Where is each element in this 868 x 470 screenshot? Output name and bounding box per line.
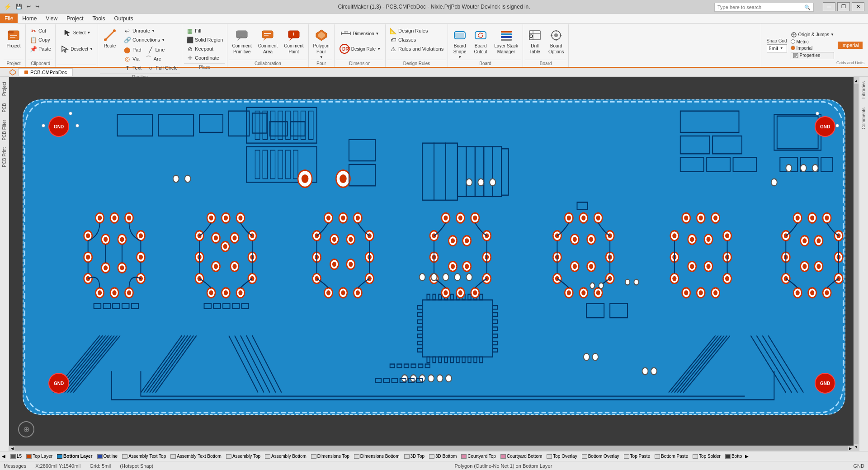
layer-scroll-left[interactable]: ◀	[2, 454, 7, 459]
layer-top-solder[interactable]: Top Solder	[691, 453, 722, 459]
menu-home[interactable]: Home	[18, 14, 41, 23]
maximize-btn[interactable]: ❐	[837, 2, 850, 11]
layer-courtyard-top[interactable]: Courtyard Top	[460, 453, 497, 459]
svg-rect-25	[455, 33, 464, 38]
imperial-active-btn[interactable]: Imperial	[838, 42, 863, 49]
scroll-right-btn[interactable]: ▶	[849, 446, 852, 451]
copy-btn[interactable]: 📋 Copy	[28, 35, 53, 44]
arc-btn[interactable]: ⌒ Arc	[143, 54, 164, 63]
sidebar-project-tab[interactable]: Project	[0, 79, 8, 99]
line-btn[interactable]: ╱ Line	[145, 45, 167, 54]
menu-outputs[interactable]: Outputs	[110, 14, 138, 23]
layer-assembly-text-top[interactable]: Assembly Text Top	[121, 453, 167, 459]
horizontal-scrollbar[interactable]: ◀ ▶	[9, 446, 854, 451]
minimize-btn[interactable]: ─	[823, 2, 835, 11]
snap-grid-value[interactable]: 5mil ▼	[767, 44, 787, 52]
svg-point-292	[555, 233, 559, 238]
scroll-thumb-v[interactable]	[854, 84, 859, 444]
redo-btn[interactable]: ↪	[33, 3, 41, 10]
menu-view[interactable]: View	[41, 14, 62, 23]
origin-jumps-btn[interactable]: Origin & Jumps ▼	[791, 32, 834, 38]
dimension-btn[interactable]: dim Dimension ▼	[336, 26, 383, 42]
board-shape-btn[interactable]: Board Shape ▼	[450, 26, 470, 59]
svg-point-369	[796, 290, 800, 295]
layer-top-overlay[interactable]: Top Overlay	[545, 453, 578, 459]
imperial-radio[interactable]: Imperial	[791, 46, 834, 51]
sidebar-comments-tab[interactable]: Comments	[860, 105, 867, 132]
svg-point-316	[589, 264, 593, 269]
board-cutout-btn[interactable]: Board Cutout	[471, 26, 491, 59]
fill-btn[interactable]: ▦ Fill	[184, 26, 225, 35]
menu-tools[interactable]: Tools	[88, 14, 110, 23]
project-btn[interactable]: Project	[4, 26, 24, 59]
properties-btn[interactable]: Properties	[791, 52, 834, 59]
scroll-down-btn[interactable]: ▼	[854, 445, 858, 449]
vertical-scrollbar[interactable]: ▲ ▼	[854, 77, 859, 451]
layer-dimensions-top[interactable]: Dimensions Top	[310, 453, 351, 459]
sidebar-pcb-tab[interactable]: PCB	[0, 100, 8, 116]
unroute-btn[interactable]: ↩ Unroute ▼	[122, 26, 180, 35]
clipboard-group-label: Clipboard	[28, 60, 53, 67]
layer-stack-manager-btn[interactable]: Layer Stack Manager	[491, 26, 521, 59]
layer-bottom-paste[interactable]: Bottom Paste	[653, 453, 689, 459]
layer-l5[interactable]: L5	[9, 453, 23, 459]
solid-region-btn[interactable]: ⬛ Solid Region	[184, 35, 225, 44]
coordinate-btn[interactable]: ✛ Coordinate	[184, 53, 225, 62]
sidebar-pcb-print-tab[interactable]: PCB Print	[0, 144, 8, 170]
design-rules-btn[interactable]: 📐 Design Rules	[387, 26, 446, 35]
scroll-left-btn[interactable]: ◀	[11, 446, 14, 451]
search-input[interactable]	[717, 5, 804, 10]
layer-scroll-right[interactable]: ▶	[745, 454, 750, 459]
polygon-pour-btn[interactable]: Polygon Pour ▼	[311, 26, 332, 59]
comment-point-btn[interactable]: ! Comment Point	[281, 26, 306, 59]
layer-top[interactable]: Top Layer	[25, 453, 54, 459]
drill-table-btn[interactable]: Drill Table	[525, 26, 545, 59]
layer-top-paste[interactable]: Top Paste	[623, 453, 651, 459]
scroll-up-btn[interactable]: ▲	[854, 79, 858, 83]
sidebar-pcb-filter-tab[interactable]: PCB Filter	[0, 117, 8, 144]
canvas-area[interactable]: GND GND GND GND ⊕ ▲ ▼ ◀ ▶	[9, 77, 859, 451]
via-btn[interactable]: ◎ Via	[122, 54, 142, 63]
menu-project[interactable]: Project	[62, 14, 88, 23]
layer-assembly-text-bottom[interactable]: Assembly Text Bottom	[169, 453, 223, 459]
close-btn[interactable]: ✕	[852, 2, 864, 11]
pad-btn[interactable]: ⬤ Pad	[122, 45, 144, 54]
layer-courtyard-bottom[interactable]: Courtyard Bottom	[499, 453, 543, 459]
menu-bar: File Home View Project Tools Outputs	[0, 14, 868, 24]
layer-botto[interactable]: Botto	[724, 453, 743, 459]
select-btn[interactable]: Select ▼	[57, 26, 96, 42]
search-box[interactable]: 🔍	[714, 3, 814, 12]
design-rule-check-btn[interactable]: DRC Design Rule ▼	[336, 42, 383, 57]
cut-btn[interactable]: ✂ Cut	[28, 26, 53, 35]
full-circle-btn[interactable]: ○ Full Circle	[145, 63, 180, 72]
comment-primitive-btn[interactable]: ... Comment Primitive	[229, 26, 254, 59]
svg-point-37	[554, 33, 558, 37]
pcb-doc-tab[interactable]: PCB.CMPcbDoc	[18, 68, 73, 76]
scroll-thumb-h[interactable]	[14, 446, 848, 451]
paste-btn[interactable]: 📌 Paste	[28, 44, 53, 53]
deselect-btn[interactable]: Deselect ▼	[57, 42, 96, 58]
svg-rect-229	[493, 327, 497, 331]
sidebar-libraries-tab[interactable]: Libraries	[860, 79, 867, 101]
classes-btn[interactable]: 🏷 Classes	[387, 35, 446, 44]
layer-bottom-overlay[interactable]: Bottom Overlay	[580, 453, 621, 459]
text-btn[interactable]: T Text	[122, 63, 144, 72]
layer-assembly-bottom[interactable]: Assembly Bottom	[264, 453, 308, 459]
layer-bottom[interactable]: Bottom Layer	[56, 453, 94, 459]
save-btn[interactable]: 💾	[14, 3, 24, 10]
layer-3d-bottom[interactable]: 3D Bottom	[428, 453, 458, 459]
layer-3d-top[interactable]: 3D Top	[403, 453, 426, 459]
undo-btn[interactable]: ↩	[25, 3, 33, 10]
comment-area-btn[interactable]: Comment Area	[255, 26, 280, 59]
connections-btn[interactable]: 🔗 Connections ▼	[122, 35, 180, 44]
layer-outline[interactable]: Outline	[96, 453, 119, 459]
keepout-btn[interactable]: ⊘ Keepout	[184, 44, 225, 53]
menu-file[interactable]: File	[0, 14, 18, 23]
route-btn[interactable]: Route	[100, 26, 120, 59]
svg-rect-86	[475, 147, 484, 197]
layer-dimensions-bottom[interactable]: Dimensions Bottom	[353, 453, 401, 459]
board-options-btn[interactable]: Board Options	[546, 26, 566, 59]
layer-assembly-top[interactable]: Assembly Top	[225, 453, 262, 459]
rules-violations-btn[interactable]: ⚠ Rules and Violations	[387, 44, 446, 53]
metric-radio[interactable]: Metric	[791, 39, 834, 44]
